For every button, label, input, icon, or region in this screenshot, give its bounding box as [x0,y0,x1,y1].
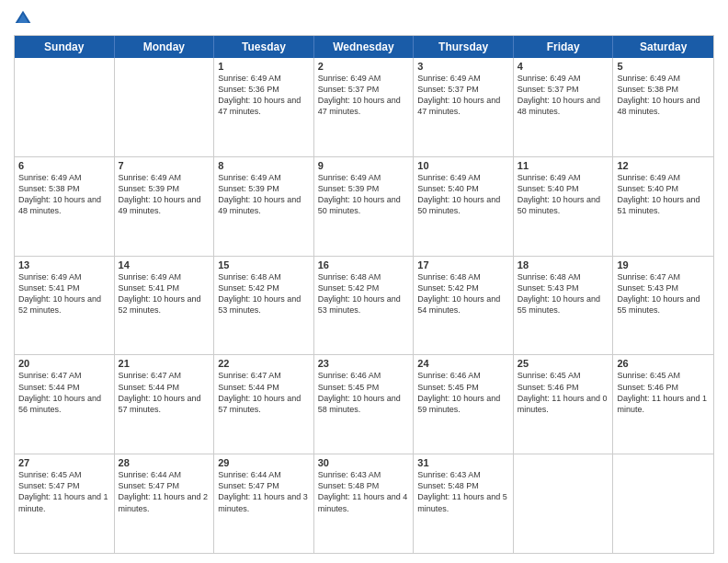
header [14,9,714,28]
cell-text: Sunrise: 6:49 AM Sunset: 5:38 PM Dayligh… [617,73,710,118]
day-number: 26 [617,358,710,369]
calendar-day-21: 21Sunrise: 6:47 AM Sunset: 5:44 PM Dayli… [115,355,215,454]
day-number: 1 [218,61,310,72]
calendar-header-row: SundayMondayTuesdayWednesdayThursdayFrid… [15,36,713,58]
day-number: 22 [218,358,310,369]
day-number: 24 [417,358,509,369]
cell-text: Sunrise: 6:47 AM Sunset: 5:44 PM Dayligh… [18,370,110,415]
calendar-empty-cell [514,454,614,553]
day-number: 6 [18,160,110,171]
calendar-day-22: 22Sunrise: 6:47 AM Sunset: 5:44 PM Dayli… [214,355,314,454]
header-day-monday: Monday [115,36,215,58]
day-number: 19 [617,259,710,270]
day-number: 23 [318,358,410,369]
logo [14,9,36,28]
cell-text: Sunrise: 6:48 AM Sunset: 5:42 PM Dayligh… [218,271,310,316]
cell-text: Sunrise: 6:49 AM Sunset: 5:41 PM Dayligh… [18,271,110,316]
day-number: 27 [18,457,110,468]
calendar-day-31: 31Sunrise: 6:43 AM Sunset: 5:48 PM Dayli… [414,454,514,553]
cell-text: Sunrise: 6:46 AM Sunset: 5:45 PM Dayligh… [318,370,410,415]
calendar-day-8: 8Sunrise: 6:49 AM Sunset: 5:39 PM Daylig… [214,157,314,256]
day-number: 31 [417,457,509,468]
calendar-week-1: 1Sunrise: 6:49 AM Sunset: 5:36 PM Daylig… [15,58,713,157]
cell-text: Sunrise: 6:49 AM Sunset: 5:39 PM Dayligh… [318,172,410,217]
header-day-wednesday: Wednesday [314,36,415,58]
cell-text: Sunrise: 6:49 AM Sunset: 5:36 PM Dayligh… [218,73,310,118]
calendar-day-28: 28Sunrise: 6:44 AM Sunset: 5:47 PM Dayli… [115,454,215,553]
calendar-empty-cell [15,58,115,156]
cell-text: Sunrise: 6:49 AM Sunset: 5:37 PM Dayligh… [417,73,509,118]
calendar-day-25: 25Sunrise: 6:45 AM Sunset: 5:46 PM Dayli… [514,355,614,454]
day-number: 11 [518,160,609,171]
calendar-week-5: 27Sunrise: 6:45 AM Sunset: 5:47 PM Dayli… [15,454,713,553]
cell-text: Sunrise: 6:45 AM Sunset: 5:47 PM Dayligh… [18,469,110,514]
calendar-week-3: 13Sunrise: 6:49 AM Sunset: 5:41 PM Dayli… [15,257,713,356]
day-number: 3 [417,61,509,72]
cell-text: Sunrise: 6:49 AM Sunset: 5:39 PM Dayligh… [119,172,210,217]
day-number: 2 [318,61,410,72]
day-number: 9 [318,160,410,171]
calendar-day-23: 23Sunrise: 6:46 AM Sunset: 5:45 PM Dayli… [314,355,415,454]
page: SundayMondayTuesdayWednesdayThursdayFrid… [0,0,728,563]
day-number: 30 [318,457,410,468]
cell-text: Sunrise: 6:44 AM Sunset: 5:47 PM Dayligh… [119,469,210,514]
cell-text: Sunrise: 6:45 AM Sunset: 5:46 PM Dayligh… [617,370,710,415]
calendar-day-29: 29Sunrise: 6:44 AM Sunset: 5:47 PM Dayli… [214,454,314,553]
calendar-day-6: 6Sunrise: 6:49 AM Sunset: 5:38 PM Daylig… [15,157,115,256]
calendar-day-18: 18Sunrise: 6:48 AM Sunset: 5:43 PM Dayli… [514,257,614,355]
cell-text: Sunrise: 6:47 AM Sunset: 5:44 PM Dayligh… [119,370,210,415]
cell-text: Sunrise: 6:49 AM Sunset: 5:40 PM Dayligh… [417,172,509,217]
calendar-day-7: 7Sunrise: 6:49 AM Sunset: 5:39 PM Daylig… [115,157,215,256]
cell-text: Sunrise: 6:43 AM Sunset: 5:48 PM Dayligh… [417,469,509,514]
cell-text: Sunrise: 6:46 AM Sunset: 5:45 PM Dayligh… [417,370,509,415]
day-number: 10 [417,160,509,171]
cell-text: Sunrise: 6:47 AM Sunset: 5:43 PM Dayligh… [617,271,710,316]
cell-text: Sunrise: 6:49 AM Sunset: 5:40 PM Dayligh… [617,172,710,217]
calendar-day-4: 4Sunrise: 6:49 AM Sunset: 5:37 PM Daylig… [514,58,614,156]
day-number: 20 [18,358,110,369]
cell-text: Sunrise: 6:49 AM Sunset: 5:37 PM Dayligh… [518,73,609,118]
day-number: 21 [119,358,210,369]
cell-text: Sunrise: 6:47 AM Sunset: 5:44 PM Dayligh… [218,370,310,415]
calendar-day-13: 13Sunrise: 6:49 AM Sunset: 5:41 PM Dayli… [15,257,115,355]
cell-text: Sunrise: 6:48 AM Sunset: 5:42 PM Dayligh… [318,271,410,316]
calendar-day-27: 27Sunrise: 6:45 AM Sunset: 5:47 PM Dayli… [15,454,115,553]
calendar-day-26: 26Sunrise: 6:45 AM Sunset: 5:46 PM Dayli… [613,355,713,454]
day-number: 4 [518,61,609,72]
header-day-sunday: Sunday [15,36,115,58]
calendar-day-30: 30Sunrise: 6:43 AM Sunset: 5:48 PM Dayli… [314,454,415,553]
day-number: 18 [518,259,609,270]
day-number: 5 [617,61,710,72]
calendar-day-24: 24Sunrise: 6:46 AM Sunset: 5:45 PM Dayli… [414,355,514,454]
calendar-day-14: 14Sunrise: 6:49 AM Sunset: 5:41 PM Dayli… [115,257,215,355]
calendar-day-15: 15Sunrise: 6:48 AM Sunset: 5:42 PM Dayli… [214,257,314,355]
calendar: SundayMondayTuesdayWednesdayThursdayFrid… [14,35,714,554]
day-number: 8 [218,160,310,171]
day-number: 25 [518,358,609,369]
calendar-day-2: 2Sunrise: 6:49 AM Sunset: 5:37 PM Daylig… [314,58,415,156]
day-number: 28 [119,457,210,468]
calendar-day-11: 11Sunrise: 6:49 AM Sunset: 5:40 PM Dayli… [514,157,614,256]
cell-text: Sunrise: 6:44 AM Sunset: 5:47 PM Dayligh… [218,469,310,514]
cell-text: Sunrise: 6:49 AM Sunset: 5:38 PM Dayligh… [18,172,110,217]
calendar-body: 1Sunrise: 6:49 AM Sunset: 5:36 PM Daylig… [15,58,713,553]
day-number: 16 [318,259,410,270]
calendar-day-19: 19Sunrise: 6:47 AM Sunset: 5:43 PM Dayli… [613,257,713,355]
header-day-friday: Friday [514,36,614,58]
day-number: 12 [617,160,710,171]
cell-text: Sunrise: 6:45 AM Sunset: 5:46 PM Dayligh… [518,370,609,415]
header-day-thursday: Thursday [414,36,514,58]
header-day-saturday: Saturday [613,36,713,58]
calendar-day-3: 3Sunrise: 6:49 AM Sunset: 5:37 PM Daylig… [414,58,514,156]
calendar-day-9: 9Sunrise: 6:49 AM Sunset: 5:39 PM Daylig… [314,157,415,256]
day-number: 13 [18,259,110,270]
calendar-empty-cell [613,454,713,553]
day-number: 7 [119,160,210,171]
day-number: 17 [417,259,509,270]
day-number: 15 [218,259,310,270]
day-number: 29 [218,457,310,468]
calendar-day-5: 5Sunrise: 6:49 AM Sunset: 5:38 PM Daylig… [613,58,713,156]
calendar-week-2: 6Sunrise: 6:49 AM Sunset: 5:38 PM Daylig… [15,157,713,257]
calendar-empty-cell [115,58,215,156]
cell-text: Sunrise: 6:43 AM Sunset: 5:48 PM Dayligh… [318,469,410,514]
